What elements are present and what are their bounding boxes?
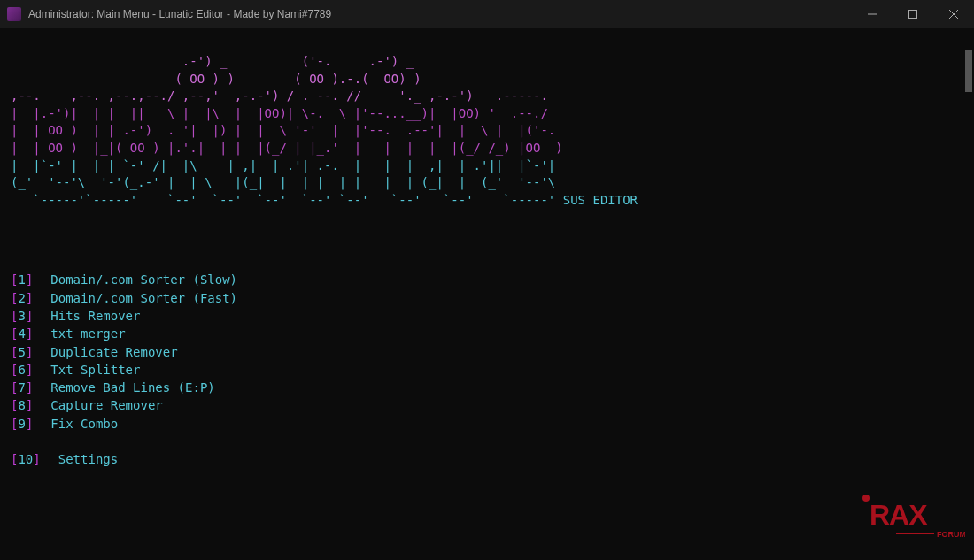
- menu-item-6[interactable]: [6]Txt Splitter: [11, 361, 963, 379]
- menu-item-7[interactable]: [7]Remove Bad Lines (E:P): [11, 379, 963, 396]
- app-icon: [7, 7, 21, 21]
- menu-item-1[interactable]: [1]Domain/.com Sorter (Slow): [11, 271, 963, 288]
- menu-list: [1]Domain/.com Sorter (Slow) [2]Domain/.…: [11, 271, 963, 468]
- menu-item-4[interactable]: [4]txt merger: [11, 325, 963, 342]
- scrollbar-thumb[interactable]: [965, 50, 972, 92]
- menu-item-8[interactable]: [8]Capture Remover: [11, 396, 963, 414]
- watermark-logo: RAX FORUM: [832, 472, 965, 551]
- menu-item-5[interactable]: [5]Duplicate Remover: [11, 343, 963, 361]
- maximize-button[interactable]: [893, 0, 933, 28]
- window-titlebar: Administrator: Main Menu - Lunatic Edito…: [0, 0, 974, 28]
- svg-rect-1: [909, 11, 917, 19]
- terminal-content: .-') _ ('-. .-') _ ( OO ) ) ( OO ).-.( O…: [0, 28, 974, 560]
- svg-point-4: [862, 495, 870, 502]
- menu-item-2[interactable]: [2]Domain/.com Sorter (Fast): [11, 289, 963, 307]
- svg-text:FORUM: FORUM: [937, 530, 965, 539]
- menu-item-9[interactable]: [9]Fix Combo: [11, 415, 963, 433]
- window-controls: [852, 0, 974, 28]
- close-button[interactable]: [933, 0, 974, 28]
- svg-text:RAX: RAX: [870, 499, 928, 531]
- menu-item-3[interactable]: [3]Hits Remover: [11, 307, 963, 325]
- ascii-logo: .-') _ ('-. .-') _ ( OO ) ) ( OO ).-.( O…: [11, 53, 963, 209]
- minimize-button[interactable]: [852, 0, 893, 28]
- window-title: Administrator: Main Menu - Lunatic Edito…: [28, 8, 331, 20]
- menu-item-settings[interactable]: [10]Settings: [11, 450, 963, 468]
